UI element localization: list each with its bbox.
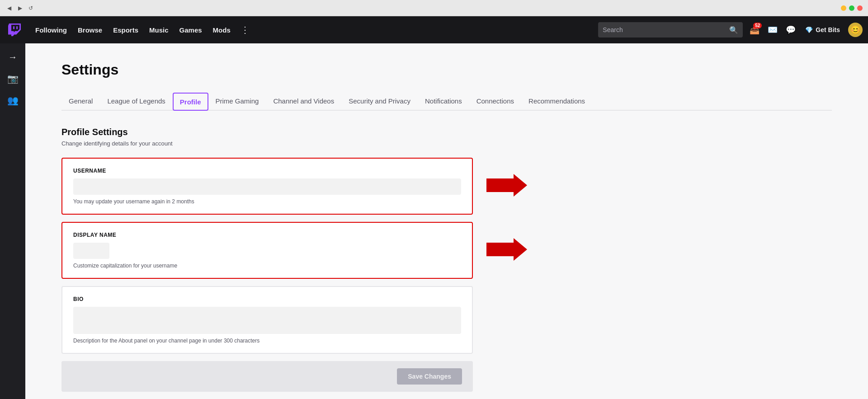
username-input[interactable] <box>73 178 461 195</box>
display-name-input[interactable] <box>73 243 109 259</box>
section-desc: Change identifying details for your acco… <box>61 140 832 147</box>
main-layout: → 📷 👥 Settings General League of Legends… <box>0 43 868 399</box>
nav-more-button[interactable]: ⋮ <box>237 23 253 37</box>
bio-hint: Description for the About panel on your … <box>73 338 461 344</box>
content-area: Settings General League of Legends Profi… <box>25 43 868 399</box>
user-avatar[interactable]: 😊 <box>848 23 863 37</box>
header-actions: 📥 52 ✉️ 💬 💎 Get Bits 😊 <box>746 22 863 38</box>
svg-marker-0 <box>486 174 527 197</box>
tab-notifications[interactable]: Notifications <box>418 93 469 111</box>
close-button[interactable] <box>857 5 863 11</box>
display-name-arrow <box>486 238 527 263</box>
sidebar: → 📷 👥 <box>0 43 25 399</box>
username-field-row: Username You may update your username ag… <box>61 158 473 215</box>
username-hint: You may update your username again in 2 … <box>73 198 461 205</box>
search-icon[interactable]: 🔍 <box>729 26 738 34</box>
users-icon: 👥 <box>7 95 19 106</box>
username-wrapper: Username You may update your username ag… <box>61 158 473 215</box>
avatar-icon: 😊 <box>850 25 860 35</box>
maximize-button[interactable] <box>849 5 854 11</box>
save-bar: Save Changes <box>61 361 473 392</box>
profile-settings-section: Profile Settings Change identifying deta… <box>61 127 832 392</box>
tab-recommendations[interactable]: Recommendations <box>521 93 592 111</box>
display-name-hint: Customize capitalization for your userna… <box>73 263 461 269</box>
search-input[interactable] <box>603 26 729 33</box>
section-title: Profile Settings <box>61 127 832 137</box>
nav-mods[interactable]: Mods <box>208 23 235 37</box>
collapse-icon: → <box>8 52 17 62</box>
bits-icon: 💎 <box>805 26 813 33</box>
tab-connections[interactable]: Connections <box>469 93 521 111</box>
bio-input[interactable] <box>73 307 461 334</box>
tab-prime[interactable]: Prime Gaming <box>208 93 266 111</box>
nav-games[interactable]: Games <box>175 23 207 37</box>
sidebar-camera[interactable]: 📷 <box>3 69 23 89</box>
svg-marker-1 <box>486 238 527 261</box>
get-bits-label: Get Bits <box>816 26 840 33</box>
whisper-button[interactable]: 💬 <box>783 22 799 38</box>
nav-esports[interactable]: Esports <box>108 23 143 37</box>
tab-profile[interactable]: Profile <box>173 93 208 111</box>
username-label: Username <box>73 168 461 174</box>
settings-tabs: General League of Legends Profile Prime … <box>61 93 832 111</box>
twitch-header: Following Browse Esports Music Games Mod… <box>0 16 868 43</box>
display-name-label: Display Name <box>73 232 461 238</box>
notification-badge: 52 <box>753 23 762 28</box>
sidebar-users[interactable]: 👥 <box>3 90 23 110</box>
tab-league[interactable]: League of Legends <box>100 93 172 111</box>
bio-label: Bio <box>73 296 461 302</box>
nav-following[interactable]: Following <box>31 23 71 37</box>
whisper-icon: 💬 <box>786 25 796 35</box>
refresh-button[interactable]: ↺ <box>27 5 34 12</box>
inbox-button[interactable]: 📥 52 <box>746 22 763 38</box>
nav-music[interactable]: Music <box>145 23 173 37</box>
search-container: 🔍 <box>598 22 743 38</box>
camera-icon: 📷 <box>7 73 19 84</box>
tab-general[interactable]: General <box>61 93 100 111</box>
get-bits-button[interactable]: 💎 Get Bits <box>801 24 844 35</box>
display-name-wrapper: Display Name Customize capitalization fo… <box>61 222 473 279</box>
messages-icon: ✉️ <box>768 25 778 35</box>
twitch-logo[interactable] <box>5 21 24 39</box>
sidebar-collapse[interactable]: → <box>3 47 23 67</box>
display-name-field-row: Display Name Customize capitalization fo… <box>61 222 473 279</box>
forward-button[interactable]: ▶ <box>16 5 24 12</box>
page-title: Settings <box>61 61 832 78</box>
bio-wrapper: Bio Description for the About panel on y… <box>61 286 473 354</box>
bio-field-row: Bio Description for the About panel on y… <box>61 286 473 354</box>
browser-bar: ◀ ▶ ↺ <box>0 0 868 16</box>
tab-channel[interactable]: Channel and Videos <box>266 93 341 111</box>
nav-browse[interactable]: Browse <box>73 23 107 37</box>
minimize-button[interactable] <box>841 5 846 11</box>
username-arrow <box>486 174 527 198</box>
messages-button[interactable]: ✉️ <box>764 22 781 38</box>
save-changes-button[interactable]: Save Changes <box>397 368 462 385</box>
main-nav: Following Browse Esports Music Games Mod… <box>31 23 594 37</box>
back-button[interactable]: ◀ <box>5 5 13 12</box>
tab-security[interactable]: Security and Privacy <box>341 93 418 111</box>
